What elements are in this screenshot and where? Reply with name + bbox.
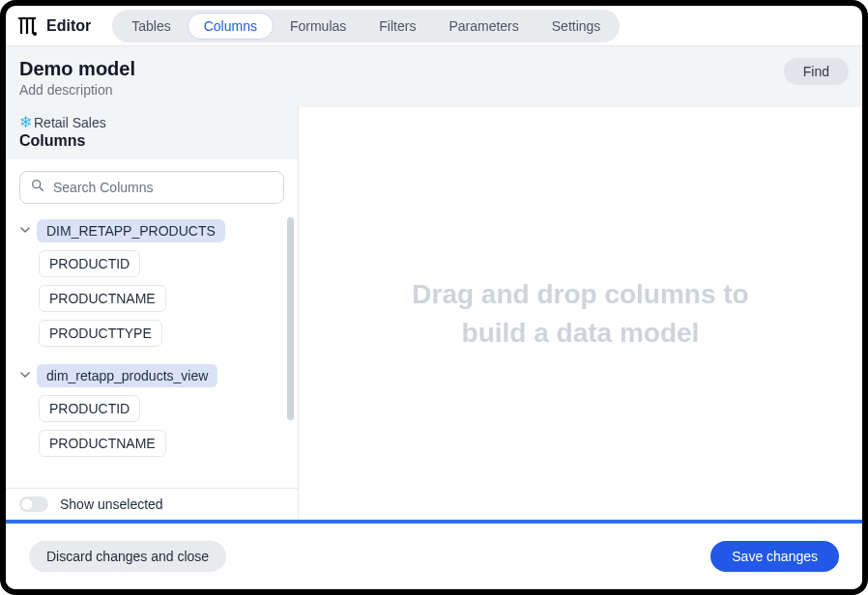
model-description[interactable]: Add description bbox=[19, 82, 135, 98]
sidebar-footer: Show unselected bbox=[6, 488, 298, 520]
table-name: dim_retapp_products_view bbox=[37, 364, 217, 387]
table-group: DIM_RETAPP_PRODUCTS PRODUCTID PRODUCTNAM… bbox=[19, 219, 284, 354]
discard-button[interactable]: Discard changes and close bbox=[29, 541, 226, 572]
column-item[interactable]: PRODUCTNAME bbox=[39, 430, 166, 457]
chevron-down-icon bbox=[19, 224, 31, 238]
snowflake-icon: ❄ bbox=[19, 115, 32, 130]
column-item[interactable]: PRODUCTNAME bbox=[39, 285, 166, 312]
changes-bar: Discard changes and close Save changes bbox=[6, 520, 862, 589]
top-bar: Editor Tables Columns Formulas Filters P… bbox=[6, 6, 862, 46]
tab-parameters[interactable]: Parameters bbox=[432, 13, 535, 40]
column-item[interactable]: PRODUCTTYPE bbox=[39, 320, 162, 347]
datasource-name: Retail Sales bbox=[34, 115, 106, 130]
column-item[interactable]: PRODUCTID bbox=[39, 395, 140, 422]
show-unselected-label: Show unselected bbox=[60, 496, 163, 512]
search-input[interactable] bbox=[53, 180, 274, 195]
tab-filters[interactable]: Filters bbox=[362, 13, 432, 40]
drop-area[interactable]: Drag and drop columns to build a data mo… bbox=[299, 107, 862, 520]
find-button[interactable]: Find bbox=[784, 58, 849, 85]
model-header-left: Demo model Add description bbox=[19, 58, 135, 98]
chevron-down-icon bbox=[19, 369, 31, 382]
model-title[interactable]: Demo model bbox=[19, 58, 135, 80]
scrollbar[interactable] bbox=[287, 217, 294, 420]
app-title: Editor bbox=[46, 17, 91, 35]
sidebar-header: ❄ Retail Sales Columns bbox=[6, 107, 298, 159]
tab-formulas[interactable]: Formulas bbox=[274, 13, 362, 40]
sidebar: ❄ Retail Sales Columns bbox=[6, 107, 299, 520]
search-icon bbox=[30, 178, 45, 197]
tab-columns[interactable]: Columns bbox=[188, 13, 274, 40]
search-wrap bbox=[6, 159, 298, 210]
tab-settings[interactable]: Settings bbox=[535, 13, 618, 40]
logo-area: Editor bbox=[15, 14, 91, 38]
columns-section-title: Columns bbox=[19, 132, 284, 150]
table-name: DIM_RETAPP_PRODUCTS bbox=[37, 219, 225, 242]
body: ❄ Retail Sales Columns bbox=[6, 107, 862, 520]
app-logo-icon bbox=[15, 14, 39, 38]
svg-point-0 bbox=[33, 32, 37, 36]
svg-point-1 bbox=[33, 181, 41, 188]
table-row[interactable]: DIM_RETAPP_PRODUCTS bbox=[19, 219, 284, 242]
save-button[interactable]: Save changes bbox=[710, 541, 839, 572]
drop-area-placeholder: Drag and drop columns to build a data mo… bbox=[378, 275, 784, 351]
show-unselected-toggle[interactable] bbox=[19, 496, 48, 512]
columns-tree: DIM_RETAPP_PRODUCTS PRODUCTID PRODUCTNAM… bbox=[6, 210, 298, 488]
nav-tabs: Tables Columns Formulas Filters Paramete… bbox=[112, 10, 620, 42]
search-box[interactable] bbox=[19, 171, 284, 204]
table-row[interactable]: dim_retapp_products_view bbox=[19, 364, 284, 387]
table-group: dim_retapp_products_view PRODUCTID PRODU… bbox=[19, 364, 284, 465]
datasource-row: ❄ Retail Sales bbox=[19, 115, 284, 130]
column-item[interactable]: PRODUCTID bbox=[39, 250, 140, 277]
tab-tables[interactable]: Tables bbox=[115, 13, 187, 40]
model-header: Demo model Add description Find bbox=[6, 46, 862, 107]
